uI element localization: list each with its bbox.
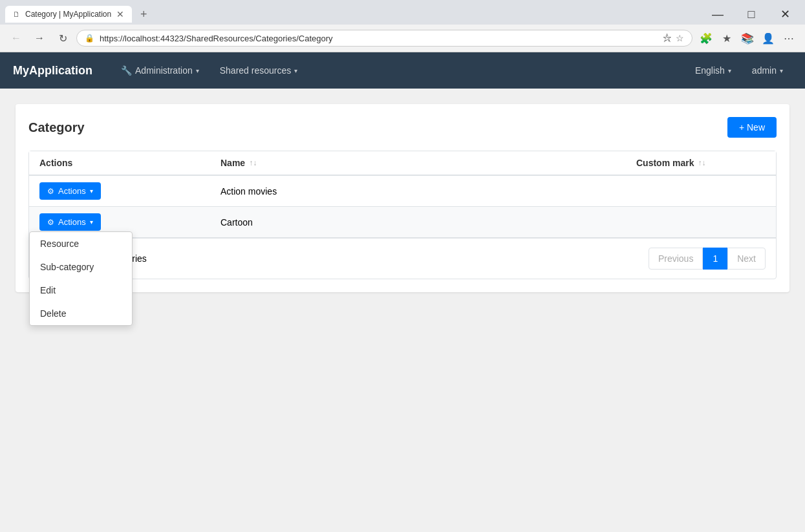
table-row: ⚙ Actions ▾ Action movies <box>29 176 776 207</box>
toolbar-icons: 🧩 ★ 📚 👤 ⋯ <box>696 28 799 48</box>
actions-header-label: Actions <box>39 158 72 168</box>
next-label: Next <box>737 253 756 264</box>
lock-icon: 🔒 <box>85 34 94 43</box>
dropdown-item-sub-category[interactable]: Sub-category <box>30 255 132 279</box>
custom-mark-header-label: Custom mark <box>636 158 694 168</box>
col-header-name[interactable]: Name ↑↓ <box>220 158 636 168</box>
row2-actions-label: Actions <box>58 217 86 227</box>
nav-shared-resources[interactable]: Shared resources ▾ <box>211 60 307 81</box>
tab-close-icon[interactable]: ✕ <box>116 10 124 19</box>
next-button[interactable]: Next <box>727 248 766 270</box>
previous-button[interactable]: Previous <box>649 248 703 270</box>
administration-label: Administration <box>135 65 193 76</box>
extensions-icon[interactable]: 🧩 <box>696 28 716 48</box>
wrench-icon: 🔧 <box>121 65 132 76</box>
user-dropdown-arrow: ▾ <box>780 67 783 74</box>
gear-icon-2: ⚙ <box>47 218 54 227</box>
table-row: ⚙ Actions ▾ Resource Sub-category Edit D… <box>29 207 776 238</box>
row2-name-value: Cartoon <box>220 217 253 228</box>
row2-actions-cell: ⚙ Actions ▾ Resource Sub-category Edit D… <box>39 213 220 231</box>
card-header: Category + New <box>28 117 777 138</box>
forward-button[interactable]: → <box>30 28 49 48</box>
page-title: Category <box>28 120 85 135</box>
table-header: Actions Name ↑↓ Custom mark ↑↓ <box>29 151 776 176</box>
new-tab-button[interactable]: + <box>134 5 153 23</box>
name-sort-icon: ↑↓ <box>249 158 257 167</box>
new-button[interactable]: + New <box>727 117 777 138</box>
star-icon[interactable]: ☆ <box>676 33 684 43</box>
maximize-button[interactable]: □ <box>736 4 766 25</box>
collections-icon[interactable]: 📚 <box>738 28 757 48</box>
user-label: admin <box>752 65 777 76</box>
close-button[interactable]: ✕ <box>770 4 800 25</box>
window-controls: — □ ✕ <box>703 4 800 25</box>
url-text: https://localhost:44323/SharedResources/… <box>100 34 658 43</box>
dropdown-item-delete[interactable]: Delete <box>30 302 132 325</box>
app-nav: 🔧 Administration ▾ Shared resources ▾ <box>112 60 686 81</box>
row1-actions-cell: ⚙ Actions ▾ <box>39 182 220 200</box>
row1-actions-caret: ▾ <box>90 187 93 195</box>
row1-name-cell: Action movies <box>220 186 636 197</box>
back-button[interactable]: ← <box>6 28 26 48</box>
language-label: English <box>695 65 725 76</box>
app-navbar: MyApplication 🔧 Administration ▾ Shared … <box>0 52 805 89</box>
address-bar[interactable]: 🔒 https://localhost:44323/SharedResource… <box>76 30 692 47</box>
browser-chrome: 🗋 Category | MyApplication ✕ + — □ ✕ ← →… <box>0 0 805 52</box>
gear-icon: ⚙ <box>47 187 54 196</box>
tab-label: Category | MyApplication <box>25 10 111 19</box>
nav-administration[interactable]: 🔧 Administration ▾ <box>112 60 208 81</box>
row1-actions-label: Actions <box>58 186 86 196</box>
page-1-button[interactable]: 1 <box>703 248 727 270</box>
row2-actions-caret: ▾ <box>90 218 93 226</box>
favorites-icon[interactable]: ★ <box>717 28 736 48</box>
nav-user[interactable]: admin ▾ <box>743 60 792 81</box>
name-header-label: Name <box>220 158 245 168</box>
language-dropdown-arrow: ▾ <box>728 67 731 74</box>
row2-actions-button[interactable]: ⚙ Actions ▾ <box>39 213 101 231</box>
reload-button[interactable]: ↻ <box>53 28 72 48</box>
minimize-button[interactable]: — <box>703 4 733 25</box>
actions-dropdown-menu: Resource Sub-category Edit Delete <box>29 231 133 326</box>
new-button-label: + New <box>739 122 765 133</box>
nav-language[interactable]: English ▾ <box>686 60 740 81</box>
row1-actions-button[interactable]: ⚙ Actions ▾ <box>39 182 101 200</box>
previous-label: Previous <box>658 253 693 264</box>
table-footer: Showing 1 to 2 of 2 entries Previous 1 N… <box>29 238 776 279</box>
category-card: Category + New Actions Name ↑↓ Custom ma… <box>16 104 789 292</box>
profile-icon[interactable]: 👤 <box>758 28 778 48</box>
pagination: Previous 1 Next <box>649 248 766 270</box>
browser-toolbar: ← → ↻ 🔒 https://localhost:44323/SharedRe… <box>0 25 805 52</box>
tab-page-icon: 🗋 <box>13 10 20 18</box>
administration-dropdown-arrow: ▾ <box>196 67 199 74</box>
dropdown-item-edit[interactable]: Edit <box>30 279 132 302</box>
shared-resources-label: Shared resources <box>220 65 292 76</box>
main-content: Category + New Actions Name ↑↓ Custom ma… <box>0 89 805 476</box>
shared-resources-dropdown-arrow: ▾ <box>294 67 297 74</box>
page-1-label: 1 <box>713 253 718 264</box>
browser-titlebar: 🗋 Category | MyApplication ✕ + — □ ✕ <box>0 0 805 25</box>
row1-name-value: Action movies <box>220 186 277 197</box>
more-icon[interactable]: ⋯ <box>779 28 799 48</box>
share-icon[interactable]: ⛦ <box>663 33 672 43</box>
col-header-actions: Actions <box>39 158 220 168</box>
row2-name-cell: Cartoon <box>220 217 636 228</box>
col-header-custom-mark[interactable]: Custom mark ↑↓ <box>636 158 766 168</box>
category-table: Actions Name ↑↓ Custom mark ↑↓ ⚙ Actions <box>28 151 777 279</box>
app-nav-right: English ▾ admin ▾ <box>686 60 792 81</box>
browser-tab[interactable]: 🗋 Category | MyApplication ✕ <box>5 6 132 23</box>
custom-mark-sort-icon: ↑↓ <box>698 158 705 167</box>
dropdown-item-resource[interactable]: Resource <box>30 232 132 255</box>
app-brand[interactable]: MyApplication <box>13 64 92 78</box>
address-icons: ⛦ ☆ <box>663 33 684 43</box>
